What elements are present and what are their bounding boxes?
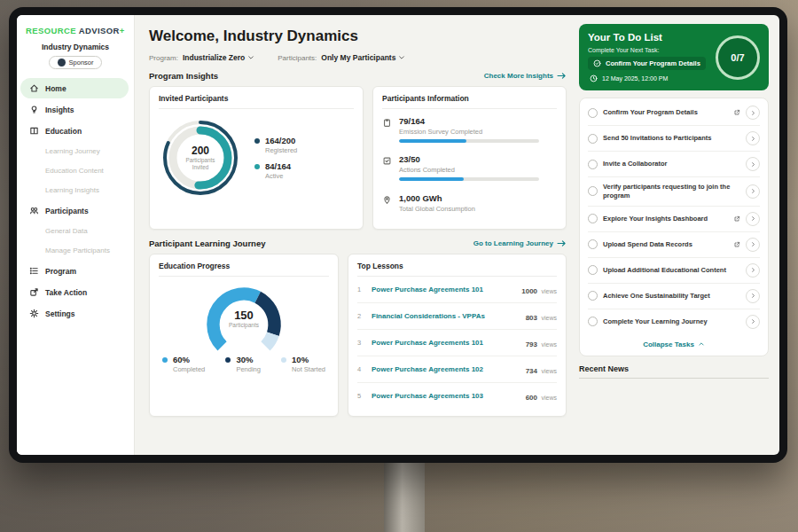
check-square-icon [382,156,392,166]
sidebar-item-insights[interactable]: Insights [20,99,129,120]
legend-label: Active [265,172,291,180]
todo-next-task-label: Confirm Your Program Details [606,59,700,67]
todo-progress-count: 0/7 [731,52,744,63]
task-checkbox[interactable] [588,160,598,169]
chevron-right-icon [750,136,756,142]
task-row[interactable]: Invite a Collaborator [588,152,760,177]
task-chevron-button[interactable] [746,184,760,199]
task-row[interactable]: Upload Spend Data Records [588,232,760,258]
stat-row: 1,000 GWh Total Global Consumption [382,186,557,222]
task-checkbox[interactable] [588,108,598,118]
lesson-link[interactable]: Financial Considerations - VPPAs [372,312,519,320]
sidebar-item-label: General Data [45,227,88,235]
program-select-value: Industrialize Zero [183,53,245,62]
main-content: Welcome, Industry Dynamics Program: Indu… [135,15,579,455]
sidebar-item-education-content[interactable]: Education Content [20,161,129,180]
sidebar-item-home[interactable]: Home [20,78,129,98]
legend-value: 84/164 [265,161,291,171]
sidebar-item-label: Learning Insights [45,186,99,194]
sidebar-item-participants[interactable]: Participants [20,200,129,221]
task-chevron-button[interactable] [746,289,760,303]
sidebar-item-education[interactable]: Education [20,121,129,141]
sidebar-item-learning-journey[interactable]: Learning Journey [20,142,129,160]
task-row[interactable]: Explore Your Insights Dashboard [588,207,760,232]
task-chevron-button[interactable] [746,106,760,120]
gear-icon [29,309,39,318]
clipboard-icon [382,118,392,128]
task-row[interactable]: Upload Additional Educational Content [588,258,760,284]
todo-task-list: Confirm Your Program Details Send 50 Inv… [579,98,769,356]
todo-next-task[interactable]: Confirm Your Program Details [588,57,706,70]
task-checkbox[interactable] [588,214,598,223]
top-lessons-card: Top Lessons 1 Power Purchase Agreements … [348,254,567,417]
participants-select[interactable]: Only My Participants [321,53,405,62]
sidebar-item-label: Take Action [45,288,87,297]
chevron-right-icon [750,241,756,247]
filters-row: Program: Industrialize Zero Participants… [149,53,567,62]
lesson-link[interactable]: Power Purchase Agreements 102 [372,365,519,373]
legend-item: 60% Completed [162,355,205,373]
lesson-views: 1000 views [521,281,557,297]
education-progress-card: Education Progress 150 Participants [149,254,339,417]
task-checkbox[interactable] [588,239,598,249]
lesson-link[interactable]: Power Purchase Agreements 101 [372,286,514,293]
card-title: Education Progress [159,262,329,277]
lesson-views: 803 views [526,308,557,324]
donut-center-label: Participants Invited [181,157,220,171]
todo-progress-badge: 0/7 [716,35,760,80]
legend-item: 10% Not Started [281,355,325,373]
task-row[interactable]: Send 50 Invitations to Participants [588,126,760,152]
sidebar-item-label: Insights [45,106,74,114]
task-row[interactable]: Verify participants requesting to join t… [588,177,760,207]
task-checkbox[interactable] [588,265,598,275]
lightbulb-icon [29,105,39,114]
lesson-row: 3 Power Purchase Agreements 101 793 view… [357,330,557,356]
task-checkbox[interactable] [588,134,598,144]
sidebar-item-program[interactable]: Program [20,261,129,281]
check-more-insights-link[interactable]: Check More Insights [484,72,567,80]
task-checkbox[interactable] [588,317,598,326]
task-chevron-button[interactable] [746,238,760,252]
program-select[interactable]: Industrialize Zero [183,53,254,62]
chevron-right-icon [750,318,756,325]
lesson-link[interactable]: Power Purchase Agreements 101 [372,339,519,347]
sidebar-item-general-data[interactable]: General Data [20,222,129,240]
recent-news-header: Recent News [579,364,769,379]
task-label: Upload Additional Educational Content [603,266,740,275]
chevron-down-icon [247,54,254,61]
task-checkbox[interactable] [588,186,598,196]
task-chevron-button[interactable] [746,157,760,171]
check-circle-icon [593,59,601,67]
sidebar-item-label: Education [45,127,82,136]
task-chevron-button[interactable] [746,315,760,329]
clock-icon [590,74,598,82]
task-row[interactable]: Confirm Your Program Details [588,100,760,126]
sponsor-badge[interactable]: Sponsor [49,56,103,69]
task-row[interactable]: Achieve One Sustainability Target [588,284,760,309]
go-to-learning-journey-link[interactable]: Go to Learning Journey [473,239,567,247]
collapse-tasks-button[interactable]: Collapse Tasks [588,334,760,354]
sidebar-item-take-action[interactable]: Take Action [20,282,129,302]
lesson-views: 734 views [526,361,557,377]
task-chevron-button[interactable] [746,212,760,226]
sidebar-item-manage-participants[interactable]: Manage Participants [20,241,129,260]
task-checkbox[interactable] [588,291,598,301]
sidebar: RESOURCE ADVISOR+ Industry Dynamics Spon… [17,15,135,455]
participants-select-value: Only My Participants [321,53,395,62]
learning-cards-row: Education Progress 150 Participants [149,254,567,417]
sponsor-label: Sponsor [69,59,94,66]
card-title: Invited Participants [159,94,354,109]
legend-item: 84/164 Active [254,161,297,180]
sidebar-item-label: Learning Journey [45,147,100,155]
task-chevron-button[interactable] [746,263,760,278]
sidebar-item-learning-insights[interactable]: Learning Insights [20,181,129,200]
chevron-right-icon [750,293,756,299]
task-row[interactable]: Complete Your Learning Journey [588,309,760,334]
lesson-link[interactable]: Power Purchase Agreements 103 [372,392,519,400]
invited-legend: 164/200 Registered 84/164 Active [254,129,297,187]
stat-row: 79/164 Emission Survey Completed [382,109,557,148]
sidebar-item-label: Participants [45,207,89,215]
sidebar-item-settings[interactable]: Settings [20,303,129,324]
task-label: Confirm Your Program Details [603,108,728,117]
task-chevron-button[interactable] [746,131,760,145]
